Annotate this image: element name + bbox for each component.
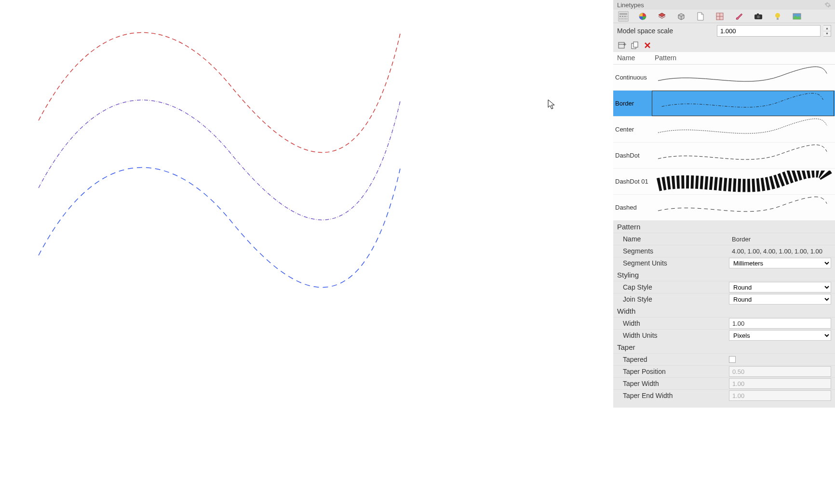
properties-pane: Pattern NameBorder Segments4.00, 1.00, 4… bbox=[613, 221, 835, 408]
tab-grid-icon[interactable] bbox=[714, 11, 725, 22]
linetype-name: DashDot 01 bbox=[613, 178, 651, 185]
viewport-curve[interactable] bbox=[39, 33, 400, 153]
prop-width-label: Width bbox=[623, 319, 729, 327]
prop-segunits-label: Segment Units bbox=[623, 259, 729, 267]
viewport-curve[interactable] bbox=[39, 168, 400, 288]
list-actions bbox=[613, 39, 835, 52]
panel-title-bar: Linetypes bbox=[613, 0, 835, 10]
linetype-name: Continuous bbox=[613, 74, 651, 81]
linetype-preview bbox=[651, 65, 835, 90]
linetypes-panel: Linetypes Model space scale ▲▼ Name Patt… bbox=[613, 0, 835, 408]
tab-materials-icon[interactable] bbox=[637, 11, 648, 22]
linetype-row[interactable]: Dashed bbox=[613, 195, 835, 221]
prop-cap-label: Cap Style bbox=[623, 283, 729, 291]
column-pattern[interactable]: Pattern bbox=[651, 52, 835, 64]
tab-brush-icon[interactable] bbox=[734, 11, 744, 22]
prop-segments-label: Segments bbox=[623, 247, 729, 255]
prop-wunits-select[interactable]: Pixels bbox=[729, 330, 831, 341]
tab-light-icon[interactable] bbox=[772, 11, 783, 22]
svg-rect-11 bbox=[777, 18, 779, 20]
tab-linetypes-icon[interactable] bbox=[618, 11, 629, 22]
section-pattern: Pattern bbox=[613, 221, 835, 233]
svg-rect-9 bbox=[757, 13, 759, 15]
linetype-row[interactable]: DashDot bbox=[613, 143, 835, 169]
linetype-name: Center bbox=[613, 126, 651, 133]
prop-tend-value: 1.00 bbox=[729, 390, 831, 401]
svg-point-8 bbox=[757, 15, 760, 18]
svg-rect-18 bbox=[633, 42, 638, 47]
linetype-name: Dashed bbox=[613, 204, 651, 211]
panel-tabs bbox=[613, 10, 835, 23]
model-space-scale-row: Model space scale ▲▼ bbox=[613, 23, 835, 39]
prop-tapered-label: Tapered bbox=[623, 356, 729, 363]
prop-name-value[interactable]: Border bbox=[729, 234, 831, 244]
linetype-row[interactable]: Border bbox=[613, 91, 835, 117]
prop-join-label: Join Style bbox=[623, 295, 729, 303]
prop-segunits-select[interactable]: Millimeters bbox=[729, 258, 831, 268]
tab-document-icon[interactable] bbox=[695, 11, 706, 22]
scale-input[interactable] bbox=[717, 25, 821, 37]
linetype-preview bbox=[651, 117, 835, 142]
prop-cap-select[interactable]: Round bbox=[729, 282, 831, 292]
prop-wunits-label: Width Units bbox=[623, 332, 729, 339]
prop-tpos-value: 0.50 bbox=[729, 366, 831, 377]
scale-label: Model space scale bbox=[617, 27, 714, 35]
prop-tend-label: Taper End Width bbox=[623, 392, 729, 399]
linetype-preview bbox=[651, 143, 835, 168]
svg-point-10 bbox=[775, 13, 780, 18]
panel-title: Linetypes bbox=[617, 1, 644, 9]
tab-blocks-icon[interactable] bbox=[676, 11, 687, 22]
viewport-curve[interactable] bbox=[39, 100, 400, 220]
linetype-name: Border bbox=[613, 100, 651, 107]
duplicate-button[interactable] bbox=[630, 40, 640, 51]
prop-tapered-checkbox[interactable] bbox=[729, 356, 736, 363]
prop-name-label: Name bbox=[623, 235, 729, 243]
linetype-list[interactable]: ContinuousBorderCenterDashDotDashDot 01D… bbox=[613, 65, 835, 221]
section-taper: Taper bbox=[613, 341, 835, 353]
list-header: Name Pattern bbox=[613, 52, 835, 65]
viewport[interactable] bbox=[0, 0, 450, 408]
linetype-row[interactable]: Continuous bbox=[613, 65, 835, 91]
prop-tpos-label: Taper Position bbox=[623, 368, 729, 375]
prop-segments-value[interactable]: 4.00, 1.00, 4.00, 1.00, 1.00, 1.00 bbox=[729, 246, 831, 256]
cursor-icon bbox=[548, 99, 556, 111]
gear-icon[interactable] bbox=[824, 1, 831, 8]
linetype-preview bbox=[652, 91, 834, 116]
linetype-name: DashDot bbox=[613, 152, 651, 159]
prop-twidth-value: 1.00 bbox=[729, 378, 831, 389]
new-linetype-button[interactable] bbox=[617, 40, 628, 51]
linetype-row[interactable]: DashDot 01 bbox=[613, 169, 835, 195]
section-styling: Styling bbox=[613, 269, 835, 281]
section-width: Width bbox=[613, 305, 835, 317]
delete-button[interactable] bbox=[642, 40, 653, 51]
tab-camera-icon[interactable] bbox=[753, 11, 764, 22]
linetype-preview bbox=[651, 169, 835, 194]
prop-width-value[interactable]: 1.00 bbox=[729, 318, 831, 329]
scale-spinner[interactable]: ▲▼ bbox=[823, 25, 831, 37]
column-name[interactable]: Name bbox=[613, 52, 651, 64]
linetype-preview bbox=[651, 195, 835, 220]
linetype-row[interactable]: Center bbox=[613, 117, 835, 143]
tab-image-icon[interactable] bbox=[792, 11, 802, 22]
svg-rect-13 bbox=[619, 42, 624, 48]
prop-join-select[interactable]: Round bbox=[729, 294, 831, 305]
prop-twidth-label: Taper Width bbox=[623, 380, 729, 387]
tab-layers-icon[interactable] bbox=[657, 11, 667, 22]
